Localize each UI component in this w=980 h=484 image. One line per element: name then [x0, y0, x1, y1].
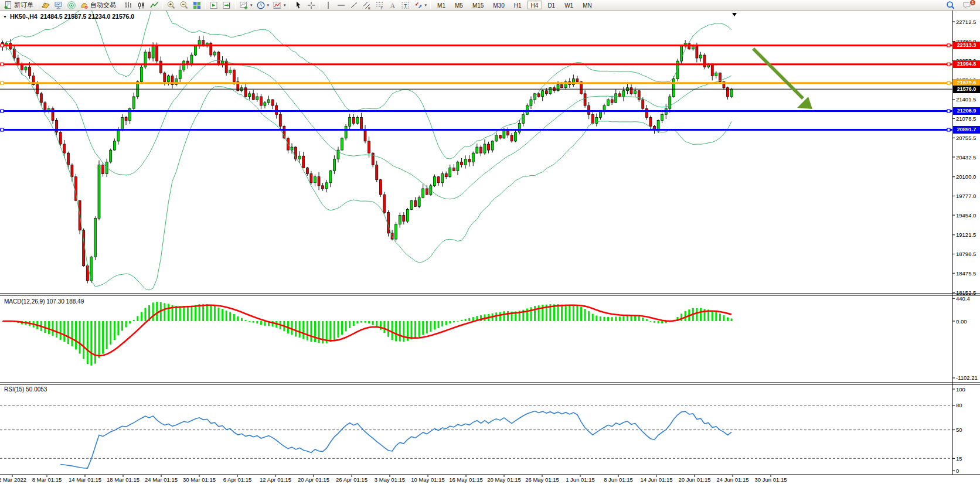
candlestick-chart-button[interactable] [135, 0, 148, 10]
auto-scroll-icon [209, 1, 219, 10]
candlestick [179, 70, 181, 79]
autotrading-button[interactable]: 自动交易 [78, 0, 118, 10]
main-price-panel [2, 0, 733, 290]
candlestick [356, 117, 359, 123]
fibonacci-button[interactable]: F [373, 0, 386, 10]
timeframe-h1[interactable]: H1 [510, 1, 526, 9]
autotrading-button-label: 自动交易 [90, 0, 116, 10]
chart-shift-button[interactable] [220, 0, 233, 10]
chart-canvas[interactable]: 22712.522380.022057.021734.021401.521078… [0, 0, 980, 484]
candlestick [596, 117, 598, 123]
candlestick [461, 162, 463, 165]
support-line-2-handle[interactable] [947, 128, 950, 131]
candlestick [229, 70, 232, 73]
candlestick [310, 174, 312, 183]
candlestick [557, 85, 559, 91]
candlestick [213, 52, 216, 55]
trendline-button[interactable] [348, 0, 360, 10]
trend-arrow[interactable] [753, 49, 812, 109]
notifications-button[interactable]: 1 [961, 0, 974, 10]
resistance-line-2-handle[interactable] [947, 63, 950, 66]
resistance-line-1-handle[interactable] [947, 44, 950, 47]
candlestick [364, 129, 366, 141]
bar-chart-button[interactable] [122, 0, 135, 10]
timeframe-h4[interactable]: H4 [527, 1, 543, 9]
time-axis-label: 12 Apr 01:15 [260, 476, 291, 483]
monitor-icon [54, 1, 63, 10]
signals-button[interactable] [65, 0, 78, 10]
timeframe-w1[interactable]: W1 [560, 1, 577, 9]
line-chart-button[interactable] [148, 0, 161, 10]
zoom-out-button[interactable] [178, 0, 190, 10]
candlestick [618, 94, 621, 97]
svg-text:F: F [380, 6, 383, 10]
candlestick [542, 91, 544, 97]
time-axis-label: 10 May 01:15 [411, 476, 445, 483]
chart-menu-icon[interactable]: ▼ [3, 15, 7, 19]
price-axis[interactable]: 22712.522380.022057.021734.021401.521078… [0, 11, 980, 475]
label-button[interactable]: T [399, 0, 412, 10]
crosshair-button[interactable] [305, 0, 318, 10]
vertical-line-button[interactable] [322, 0, 335, 10]
timeframe-m30[interactable]: M30 [489, 1, 508, 9]
candlestick [25, 67, 27, 70]
metaeditor-button[interactable] [52, 0, 65, 10]
indicators-button[interactable]: ▾ [271, 0, 288, 10]
candlestick [117, 129, 120, 141]
auto-scroll-button[interactable] [207, 0, 220, 10]
axis-tick-label: 50 [956, 427, 962, 433]
chart-shift-icon [222, 1, 232, 10]
candlestick [649, 117, 652, 126]
candlestick [325, 183, 328, 189]
timeframe-d1[interactable]: D1 [543, 1, 559, 9]
macd-histogram [2, 302, 733, 366]
profiles-button[interactable]: ▾ [254, 0, 271, 10]
support-line-1-label: 21206.9 [953, 107, 980, 115]
candles-layer [2, 36, 733, 284]
axis-tick-label: 19777.0 [956, 193, 976, 199]
text-button[interactable]: A [386, 0, 399, 10]
candlestick [102, 165, 104, 173]
candlestick [414, 200, 417, 206]
arrows-button[interactable]: ▾ [412, 0, 429, 10]
candlestick [418, 197, 420, 206]
axis-tick-label: 20432.5 [956, 154, 976, 161]
axis-tick-label: 20755.5 [956, 135, 976, 141]
time-axis-label: 16 May 01:15 [449, 476, 483, 483]
time-axis-label: 20 Apr 01:15 [298, 476, 329, 483]
new-order-button[interactable]: 新订单 [2, 0, 35, 10]
candlestick [472, 153, 474, 162]
candlestick [110, 150, 112, 162]
candlestick [426, 189, 428, 195]
chevron-down-icon: ▾ [250, 3, 253, 8]
current-price-line-label: 21576.0 [953, 86, 980, 93]
candlestick [630, 88, 632, 94]
support-line-1-handle[interactable] [947, 110, 950, 113]
time-axis-label: 20 Jun 01:15 [679, 476, 711, 483]
resistance-line-2-handle[interactable] [1, 63, 4, 66]
pivot-line-handle[interactable] [947, 81, 950, 84]
time-axis[interactable]: 2 Mar 20228 Mar 01:1514 Mar 01:1518 Mar … [0, 475, 787, 483]
resistance-line-1-handle[interactable] [1, 44, 4, 47]
chart-window-button[interactable] [39, 0, 52, 10]
channel-button[interactable]: E [360, 0, 373, 10]
candlestick [329, 171, 332, 183]
pivot-line-handle[interactable] [1, 81, 4, 84]
zoom-in-button[interactable] [165, 0, 178, 10]
candlestick [13, 49, 15, 58]
search-icon [946, 1, 955, 10]
timeframe-m5[interactable]: M5 [451, 1, 467, 9]
timeframe-mn[interactable]: MN [579, 1, 596, 9]
search-button[interactable] [944, 0, 957, 10]
timeframe-m1[interactable]: M1 [433, 1, 450, 9]
cursor-button[interactable] [292, 0, 305, 10]
timeframe-m15[interactable]: M15 [468, 1, 488, 9]
horizontal-line-button[interactable] [335, 0, 348, 10]
tile-windows-button[interactable] [190, 0, 203, 10]
support-line-1-handle[interactable] [1, 110, 4, 113]
support-line-2-handle[interactable] [1, 128, 4, 131]
candlestick [464, 159, 467, 165]
new-chart-button[interactable]: ▾ [237, 0, 254, 10]
candlestick [322, 186, 324, 189]
candlestick [152, 46, 154, 58]
